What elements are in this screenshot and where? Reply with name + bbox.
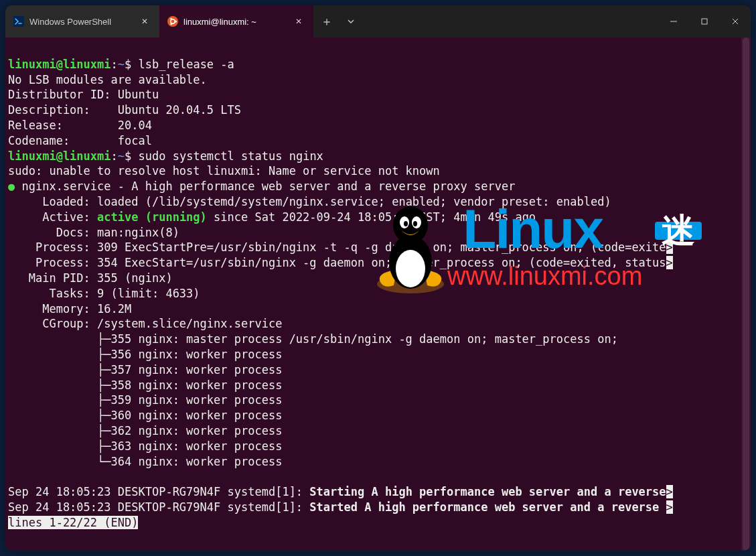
output-line: Docs: man:nginx(8): [8, 226, 179, 239]
output-line: Codename: focal: [8, 134, 152, 147]
tab-powershell[interactable]: Windows PowerShell ✕: [5, 5, 159, 38]
scrollbar[interactable]: [741, 38, 751, 551]
ubuntu-icon: [167, 16, 178, 27]
tab-ubuntu[interactable]: linuxmi@linuxmi: ~ ✕: [159, 5, 313, 38]
terminal-window: Windows PowerShell ✕ linuxmi@linuxmi: ~ …: [5, 5, 751, 551]
output-line: Tasks: 9 (limit: 4633): [8, 287, 200, 300]
output-line: sudo: unable to resolve host linuxmi: Na…: [8, 164, 440, 178]
prompt-userhost: linuxmi@linuxmi: [8, 149, 111, 163]
close-icon[interactable]: ✕: [138, 15, 151, 28]
status-bullet-icon: ●: [8, 180, 21, 193]
cgroup-line: ├─358 nginx: worker process: [8, 378, 282, 392]
cgroup-line: ├─356 nginx: worker process: [8, 348, 282, 361]
powershell-icon: [13, 16, 24, 27]
line-overflow-icon: >: [666, 256, 673, 269]
cgroup-line: └─364 nginx: worker process: [8, 455, 282, 468]
svg-point-5: [170, 23, 172, 25]
command-text: lsb_release -a: [139, 58, 234, 71]
cgroup-line: ├─360 nginx: worker process: [8, 409, 282, 422]
output-line: No LSB modules are available.: [8, 73, 207, 86]
log-line: Sep 24 18:05:23 DESKTOP-RG79N4F systemd[…: [8, 500, 673, 514]
maximize-button[interactable]: [689, 5, 720, 38]
output-line: Release: 20.04: [8, 119, 152, 132]
svg-point-8: [377, 275, 444, 293]
cgroup-line: ├─363 nginx: worker process: [8, 439, 282, 453]
log-line: Sep 24 18:05:23 DESKTOP-RG79N4F systemd[…: [8, 485, 673, 498]
watermark-url: www.linuxmi.com: [447, 269, 642, 284]
tab-title: Windows PowerShell: [29, 17, 133, 27]
line-overflow-icon: >: [666, 485, 673, 498]
svg-rect-7: [702, 19, 707, 24]
scrollbar-thumb[interactable]: [743, 38, 749, 551]
tab-dropdown-button[interactable]: [340, 5, 362, 38]
close-icon[interactable]: ✕: [292, 15, 305, 28]
blank-line: [8, 470, 15, 483]
svg-point-3: [175, 21, 177, 23]
watermark-text: Linux: [444, 206, 603, 267]
active-status: active (running): [97, 210, 207, 224]
cgroup-line: ├─359 nginx: worker process: [8, 393, 282, 407]
new-tab-button[interactable]: ＋: [313, 5, 340, 38]
output-line: Description: Ubuntu 20.04.5 LTS: [8, 103, 241, 117]
svg-point-4: [170, 18, 172, 20]
prompt-path: ~: [118, 58, 125, 71]
watermark-badge: 迷: [655, 222, 702, 240]
line-overflow-icon: >: [666, 500, 673, 514]
tab-strip: Windows PowerShell ✕ linuxmi@linuxmi: ~ …: [5, 5, 362, 38]
prompt-path: ~: [118, 149, 125, 163]
prompt-line: linuxmi@linuxmi:~$ sudo systemctl status…: [8, 149, 323, 163]
output-line: CGroup: /system.slice/nginx.service: [8, 317, 282, 330]
cgroup-line: ├─362 nginx: worker process: [8, 424, 282, 437]
tab-title: linuxmi@linuxmi: ~: [183, 17, 287, 27]
cgroup-line: ├─357 nginx: worker process: [8, 363, 282, 376]
close-window-button[interactable]: [720, 5, 751, 38]
output-line: Memory: 16.2M: [8, 302, 131, 316]
output-line: Main PID: 355 (nginx): [8, 271, 173, 285]
pager-status: lines 1-22/22 (END): [8, 516, 138, 529]
output-line: Distributor ID: Ubuntu: [8, 88, 159, 101]
prompt-userhost: linuxmi@linuxmi: [8, 58, 111, 71]
minimize-button[interactable]: [658, 5, 689, 38]
prompt-line: linuxmi@linuxmi:~$ lsb_release -a: [8, 58, 234, 71]
titlebar: Windows PowerShell ✕ linuxmi@linuxmi: ~ …: [5, 5, 751, 38]
window-controls: [658, 5, 751, 38]
service-header: ● nginx.service - A high performance web…: [8, 180, 515, 193]
command-text: sudo systemctl status nginx: [139, 149, 323, 163]
terminal-body[interactable]: linuxmi@linuxmi:~$ lsb_release -a No LSB…: [5, 38, 751, 551]
cgroup-line: ├─355 nginx: master process /usr/sbin/ng…: [8, 332, 618, 346]
